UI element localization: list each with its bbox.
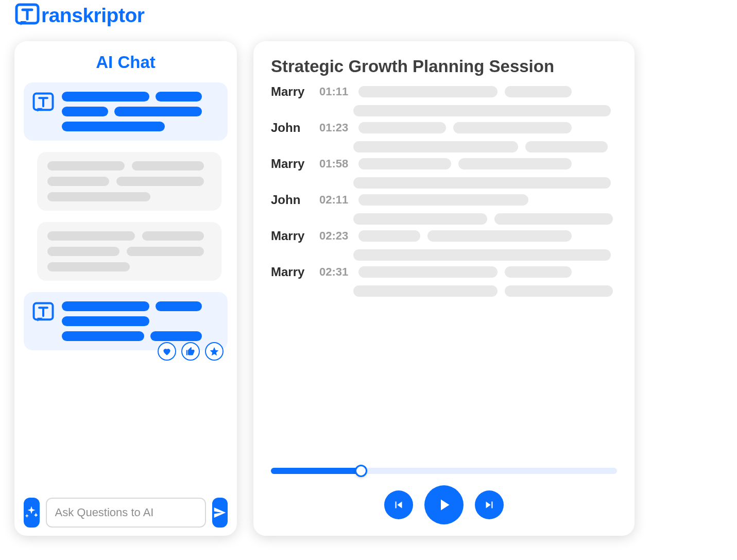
message-placeholder-lines xyxy=(62,92,217,131)
speaker-name: Marry xyxy=(271,84,312,99)
assistant-t-icon xyxy=(32,301,55,324)
thumbs-up-reaction-button[interactable] xyxy=(181,342,200,361)
session-title: Strategic Growth Planning Session xyxy=(271,57,617,76)
prev-track-button[interactable] xyxy=(384,490,413,519)
message-placeholder-lines xyxy=(47,161,211,201)
user-message xyxy=(37,152,221,211)
play-button[interactable] xyxy=(424,485,464,524)
ai-sparkle-button[interactable] xyxy=(24,498,40,528)
ai-message xyxy=(24,82,228,141)
heart-reaction-button[interactable] xyxy=(158,342,176,361)
heart-icon xyxy=(162,346,172,357)
message-placeholder-lines xyxy=(47,231,211,271)
chat-title: AI Chat xyxy=(24,53,228,72)
brand-name: ranskriptor xyxy=(41,4,144,27)
audio-player xyxy=(271,468,617,524)
player-controls xyxy=(271,485,617,524)
seek-progress xyxy=(271,468,361,474)
ai-chat-panel: AI Chat xyxy=(14,41,237,536)
play-icon xyxy=(435,496,453,514)
speaker-name: Marry xyxy=(271,229,312,243)
chat-input-row xyxy=(24,498,228,528)
speaker-name: Marry xyxy=(271,265,312,279)
skip-prev-icon xyxy=(392,498,405,512)
speaker-name: John xyxy=(271,121,312,135)
assistant-t-icon xyxy=(32,92,55,114)
transcript-entry: John 01:23 xyxy=(271,121,617,152)
next-track-button[interactable] xyxy=(475,490,504,519)
send-button[interactable] xyxy=(212,498,228,528)
send-icon xyxy=(212,505,228,520)
logo-t-icon xyxy=(14,3,40,28)
sparkle-icon xyxy=(24,505,39,520)
timestamp: 02:23 xyxy=(319,229,351,243)
speaker-name: John xyxy=(271,193,312,207)
reaction-bar xyxy=(158,342,224,361)
transcript-entry: Marry 01:11 xyxy=(271,84,617,116)
ai-message xyxy=(24,292,228,350)
transcript-entry: Marry 02:31 xyxy=(271,265,617,297)
speaker-name: Marry xyxy=(271,157,312,171)
message-placeholder-lines xyxy=(62,301,217,341)
seek-thumb[interactable] xyxy=(355,465,367,477)
star-icon xyxy=(209,346,219,357)
brand-logo: ranskriptor xyxy=(14,3,144,28)
star-reaction-button[interactable] xyxy=(205,342,224,361)
timestamp: 01:23 xyxy=(319,121,351,134)
transcript-panel: Strategic Growth Planning Session Marry … xyxy=(253,41,635,536)
timestamp: 02:31 xyxy=(319,265,351,279)
timestamp: 01:58 xyxy=(319,157,351,171)
skip-next-icon xyxy=(483,498,496,512)
transcript-entry: John 02:11 xyxy=(271,193,617,225)
user-message xyxy=(37,222,221,281)
transcript-entry: Marry 01:58 xyxy=(271,157,617,189)
seek-bar[interactable] xyxy=(271,468,617,474)
chat-input[interactable] xyxy=(46,498,206,528)
thumbs-up-icon xyxy=(185,346,196,357)
timestamp: 01:11 xyxy=(319,85,351,98)
transcript-entry: Marry 02:23 xyxy=(271,229,617,261)
timestamp: 02:11 xyxy=(319,193,351,207)
